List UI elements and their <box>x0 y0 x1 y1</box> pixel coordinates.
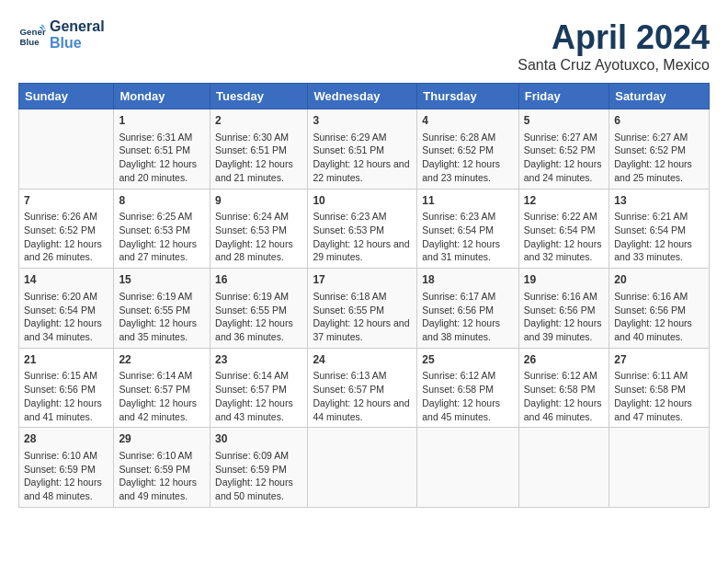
sunset-text: Sunset: 6:54 PM <box>524 224 596 236</box>
daylight-text: Daylight: 12 hours and 27 minutes. <box>119 238 197 263</box>
sunrise-text: Sunrise: 6:15 AM <box>24 370 97 381</box>
daylight-text: Daylight: 12 hours and 38 minutes. <box>422 317 500 342</box>
day-number: 5 <box>524 113 604 129</box>
sunset-text: Sunset: 6:53 PM <box>119 224 190 236</box>
sunset-text: Sunset: 6:53 PM <box>313 224 384 236</box>
daylight-text: Daylight: 12 hours and 49 minutes. <box>119 477 197 501</box>
calendar-cell: 4Sunrise: 6:28 AMSunset: 6:52 PMDaylight… <box>417 109 519 190</box>
calendar-cell: 13Sunrise: 6:21 AMSunset: 6:54 PMDayligh… <box>609 189 710 269</box>
sunrise-text: Sunrise: 6:19 AM <box>215 291 289 302</box>
sunrise-text: Sunrise: 6:10 AM <box>24 450 97 461</box>
calendar-cell: 18Sunrise: 6:17 AMSunset: 6:56 PMDayligh… <box>417 269 519 349</box>
sunset-text: Sunset: 6:55 PM <box>313 304 384 316</box>
sunrise-text: Sunrise: 6:21 AM <box>614 211 688 222</box>
daylight-text: Daylight: 12 hours and 34 minutes. <box>24 317 102 342</box>
calendar-cell: 6Sunrise: 6:27 AMSunset: 6:52 PMDaylight… <box>609 109 710 190</box>
daylight-text: Daylight: 12 hours and 48 minutes. <box>24 477 102 501</box>
sunset-text: Sunset: 6:55 PM <box>119 304 190 316</box>
sunrise-text: Sunrise: 6:09 AM <box>215 450 289 461</box>
month-title: April 2024 <box>518 18 710 57</box>
calendar-cell: 7Sunrise: 6:26 AMSunset: 6:52 PMDaylight… <box>19 189 114 269</box>
day-number: 21 <box>24 352 108 368</box>
sunrise-text: Sunrise: 6:22 AM <box>524 211 597 222</box>
sunrise-text: Sunrise: 6:16 AM <box>524 291 597 302</box>
day-number: 16 <box>215 272 302 288</box>
day-number: 18 <box>422 272 514 288</box>
day-number: 27 <box>614 352 704 368</box>
calendar-cell <box>417 428 519 508</box>
day-number: 3 <box>313 113 412 129</box>
calendar-cell: 28Sunrise: 6:10 AMSunset: 6:59 PMDayligh… <box>19 428 114 508</box>
header-monday: Monday <box>114 84 210 109</box>
day-number: 10 <box>313 193 412 209</box>
day-number: 13 <box>614 193 704 209</box>
sunrise-text: Sunrise: 6:29 AM <box>313 132 386 143</box>
sunrise-text: Sunrise: 6:30 AM <box>215 132 289 143</box>
logo-icon: General Blue <box>18 21 46 49</box>
sunrise-text: Sunrise: 6:14 AM <box>119 370 192 381</box>
calendar-cell: 30Sunrise: 6:09 AMSunset: 6:59 PMDayligh… <box>210 428 308 508</box>
sunrise-text: Sunrise: 6:31 AM <box>119 132 192 143</box>
calendar-cell <box>609 428 710 508</box>
day-number: 17 <box>313 272 412 288</box>
sunset-text: Sunset: 6:56 PM <box>524 304 596 316</box>
sunrise-text: Sunrise: 6:12 AM <box>422 370 495 381</box>
calendar-cell: 10Sunrise: 6:23 AMSunset: 6:53 PMDayligh… <box>308 189 417 269</box>
logo: General Blue General Blue <box>18 18 105 51</box>
header-sunday: Sunday <box>19 84 114 109</box>
sunset-text: Sunset: 6:51 PM <box>313 144 384 155</box>
calendar-cell <box>518 428 609 508</box>
sunset-text: Sunset: 6:57 PM <box>119 384 190 395</box>
sunrise-text: Sunrise: 6:28 AM <box>422 132 495 143</box>
sunset-text: Sunset: 6:55 PM <box>215 304 287 316</box>
sunset-text: Sunset: 6:54 PM <box>614 224 686 236</box>
sunrise-text: Sunrise: 6:11 AM <box>614 370 688 381</box>
calendar-cell <box>308 428 417 508</box>
daylight-text: Daylight: 12 hours and 37 minutes. <box>313 317 409 342</box>
title-block: April 2024 Santa Cruz Ayotuxco, Mexico <box>518 18 710 74</box>
week-row-4: 21Sunrise: 6:15 AMSunset: 6:56 PMDayligh… <box>19 348 710 428</box>
sunset-text: Sunset: 6:54 PM <box>422 224 494 236</box>
header-thursday: Thursday <box>417 84 519 109</box>
week-row-2: 7Sunrise: 6:26 AMSunset: 6:52 PMDaylight… <box>19 189 710 269</box>
sunrise-text: Sunrise: 6:27 AM <box>524 132 597 143</box>
daylight-text: Daylight: 12 hours and 24 minutes. <box>524 158 602 183</box>
sunset-text: Sunset: 6:59 PM <box>215 464 287 475</box>
day-number: 23 <box>215 352 302 368</box>
sunset-text: Sunset: 6:52 PM <box>24 224 96 236</box>
day-number: 11 <box>422 193 514 209</box>
calendar-cell: 5Sunrise: 6:27 AMSunset: 6:52 PMDaylight… <box>518 109 609 190</box>
day-number: 25 <box>422 352 514 368</box>
calendar-cell: 25Sunrise: 6:12 AMSunset: 6:58 PMDayligh… <box>417 348 519 428</box>
calendar-cell: 3Sunrise: 6:29 AMSunset: 6:51 PMDaylight… <box>308 109 417 190</box>
daylight-text: Daylight: 12 hours and 32 minutes. <box>524 238 602 263</box>
header-tuesday: Tuesday <box>210 84 308 109</box>
day-number: 6 <box>614 113 704 129</box>
sunset-text: Sunset: 6:56 PM <box>422 304 494 316</box>
day-number: 22 <box>119 352 205 368</box>
sunset-text: Sunset: 6:57 PM <box>313 384 384 395</box>
day-number: 30 <box>215 431 302 447</box>
sunrise-text: Sunrise: 6:24 AM <box>215 211 289 222</box>
sunrise-text: Sunrise: 6:23 AM <box>422 211 495 222</box>
sunrise-text: Sunrise: 6:14 AM <box>215 370 289 381</box>
daylight-text: Daylight: 12 hours and 29 minutes. <box>313 238 409 263</box>
sunrise-text: Sunrise: 6:25 AM <box>119 211 192 222</box>
day-number: 9 <box>215 193 302 209</box>
sunrise-text: Sunrise: 6:13 AM <box>313 370 386 381</box>
daylight-text: Daylight: 12 hours and 25 minutes. <box>614 158 692 183</box>
daylight-text: Daylight: 12 hours and 46 minutes. <box>524 397 602 422</box>
calendar-cell: 2Sunrise: 6:30 AMSunset: 6:51 PMDaylight… <box>210 109 308 190</box>
calendar-cell <box>19 109 114 190</box>
daylight-text: Daylight: 12 hours and 28 minutes. <box>215 238 293 263</box>
sunset-text: Sunset: 6:54 PM <box>24 304 96 316</box>
sunset-text: Sunset: 6:53 PM <box>215 224 287 236</box>
day-number: 2 <box>215 113 302 129</box>
daylight-text: Daylight: 12 hours and 44 minutes. <box>313 397 409 422</box>
daylight-text: Daylight: 12 hours and 26 minutes. <box>24 238 102 263</box>
header-row: SundayMondayTuesdayWednesdayThursdayFrid… <box>19 84 710 109</box>
calendar-cell: 19Sunrise: 6:16 AMSunset: 6:56 PMDayligh… <box>518 269 609 349</box>
week-row-1: 1Sunrise: 6:31 AMSunset: 6:51 PMDaylight… <box>19 109 710 190</box>
daylight-text: Daylight: 12 hours and 35 minutes. <box>119 317 197 342</box>
calendar-cell: 11Sunrise: 6:23 AMSunset: 6:54 PMDayligh… <box>417 189 519 269</box>
